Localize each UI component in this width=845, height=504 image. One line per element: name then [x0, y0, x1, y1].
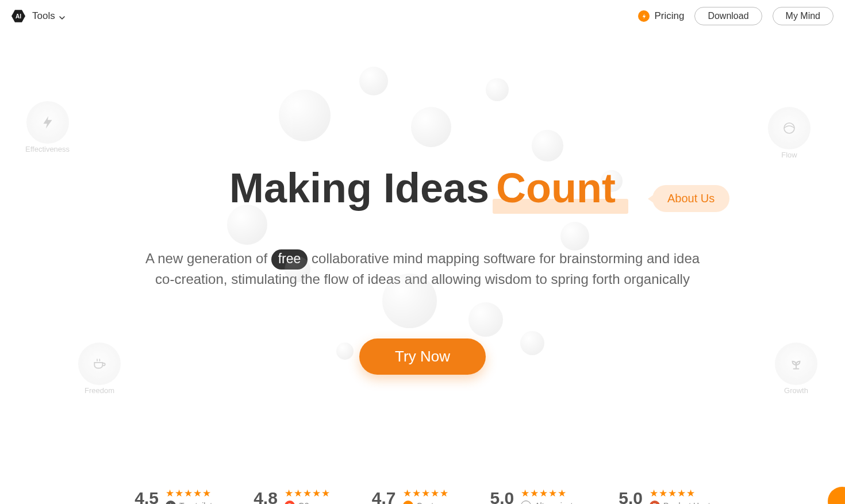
hero-section: Effectiveness Flow Freedom Growth Making…	[0, 32, 845, 446]
feature-label: Flow	[781, 151, 797, 159]
stars-icon: ★★★★★	[403, 488, 449, 498]
rating-capterra[interactable]: 4.7 ★★★★★ ◣ Capterra	[372, 488, 449, 504]
alternativeto-icon: a	[521, 501, 531, 504]
rating-g2[interactable]: 4.8 ★★★★★ G G2	[254, 488, 331, 504]
capterra-icon: ◣	[403, 501, 413, 504]
globe-icon	[768, 107, 811, 149]
feature-label: Growth	[784, 386, 808, 395]
try-now-button[interactable]: Try Now	[359, 338, 486, 375]
rating-col: ★★★★★ ★ Trustpilot	[166, 488, 212, 504]
rating-source: ◣ Capterra	[403, 501, 449, 504]
feature-effectiveness: Effectiveness	[25, 101, 70, 153]
rating-col: ★★★★★ P Product Hunt	[650, 488, 710, 504]
rating-score: 4.8	[254, 488, 278, 504]
rating-source-label: Capterra	[417, 501, 448, 504]
producthunt-icon: P	[650, 501, 660, 504]
logo-text: AI	[16, 13, 21, 20]
header-right: Pricing Download My Mind	[638, 7, 834, 25]
feature-label: Effectiveness	[25, 145, 70, 153]
feature-freedom: Freedom	[78, 343, 121, 395]
rating-source-label: Alternaiveto	[535, 501, 577, 504]
g2-icon: G	[285, 501, 295, 504]
bolt-icon	[26, 101, 69, 144]
tools-label: Tools	[32, 10, 55, 22]
header-left: AI Tools	[11, 9, 66, 23]
my-mind-button[interactable]: My Mind	[773, 7, 834, 25]
feature-flow: Flow	[768, 107, 811, 159]
rating-score: 5.0	[619, 488, 643, 504]
stars-icon: ★★★★★	[285, 488, 331, 498]
headline-prefix: Making Ideas	[229, 164, 489, 211]
feature-growth: Growth	[775, 343, 817, 395]
feature-label: Freedom	[84, 386, 114, 395]
rating-source: P Product Hunt	[650, 501, 710, 504]
stars-icon: ★★★★★	[650, 488, 710, 498]
rating-producthunt[interactable]: 5.0 ★★★★★ P Product Hunt	[619, 488, 710, 504]
headline-accent: Count	[496, 164, 616, 211]
header-nav: AI Tools Pricing Download My Mind	[0, 0, 845, 32]
rating-source: ★ Trustpilot	[166, 501, 212, 504]
rating-col: ★★★★★ a Alternaiveto	[521, 488, 577, 504]
pricing-label: Pricing	[654, 10, 684, 22]
tools-dropdown[interactable]: Tools	[32, 10, 66, 22]
rating-score: 4.7	[372, 488, 396, 504]
rating-score: 5.0	[490, 488, 514, 504]
pricing-link[interactable]: Pricing	[638, 10, 684, 22]
chevron-down-icon	[59, 13, 66, 20]
ratings-row: 4.5 ★★★★★ ★ Trustpilot 4.8 ★★★★★ G G2 4.…	[0, 488, 845, 504]
rating-source-label: Product Hunt	[663, 501, 710, 504]
subtitle-before: A new generation of	[145, 251, 267, 266]
stars-icon: ★★★★★	[166, 488, 212, 498]
plant-icon	[775, 343, 817, 385]
about-us-bubble[interactable]: About Us	[652, 185, 729, 212]
pricing-bolt-icon	[638, 10, 650, 22]
download-button[interactable]: Download	[694, 7, 762, 25]
rating-source: a Alternaiveto	[521, 501, 577, 504]
cup-icon	[78, 343, 121, 385]
rating-source-label: Trustpilot	[179, 501, 212, 504]
rating-alternativeto[interactable]: 5.0 ★★★★★ a Alternaiveto	[490, 488, 578, 504]
rating-source: G G2	[285, 501, 331, 504]
svg-point-0	[784, 123, 794, 133]
free-pill: free	[271, 249, 308, 270]
hero-headline: Making Ideas Count	[229, 164, 616, 211]
trustpilot-icon: ★	[166, 501, 176, 504]
rating-score: 4.5	[135, 488, 159, 504]
rating-trustpilot[interactable]: 4.5 ★★★★★ ★ Trustpilot	[135, 488, 212, 504]
stars-icon: ★★★★★	[521, 488, 577, 498]
hero-subtitle: A new generation of free collaborative m…	[135, 249, 710, 290]
rating-col: ★★★★★ ◣ Capterra	[403, 488, 449, 504]
rating-col: ★★★★★ G G2	[285, 488, 331, 504]
logo-badge[interactable]: AI	[11, 9, 25, 23]
rating-source-label: G2	[298, 501, 309, 504]
